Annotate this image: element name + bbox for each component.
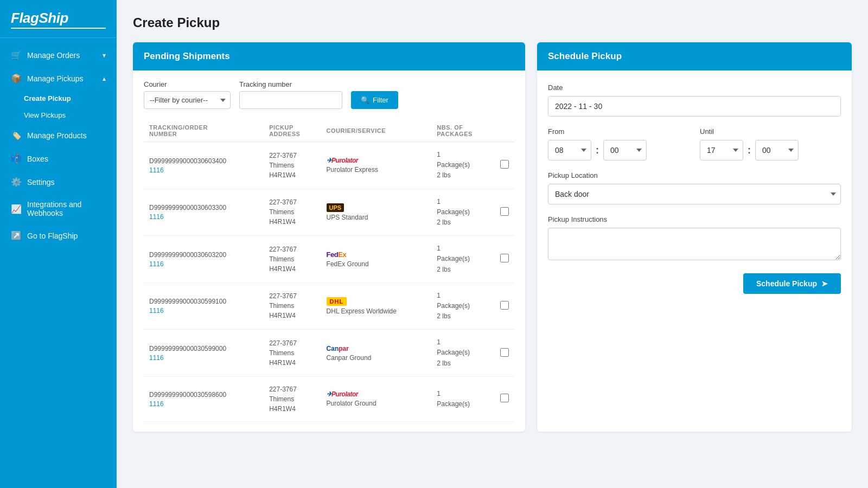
courier-name: DHL Express Worldwide (327, 307, 397, 315)
cell-checkbox[interactable] (495, 236, 514, 283)
main-content: Create Pickup Pending Shipments Courier … (117, 0, 868, 488)
chevron-up-icon: ▴ (103, 75, 106, 82)
tracking-link[interactable]: 1116 (149, 260, 258, 268)
schedule-pickup-body: Date From 08 09101112 : (537, 70, 852, 307)
tracking-link[interactable]: 1116 (149, 400, 258, 408)
filter-button[interactable]: 🔍 Filter (351, 91, 398, 109)
cell-address: 227-3767ThimensH4R1W4 (264, 142, 321, 189)
sidebar-label-boxes: Boxes (27, 155, 106, 163)
until-section: Until 141516 1718 : 00 153045 (700, 127, 841, 160)
package-icon: 📦 (11, 73, 22, 84)
location-select[interactable]: Back door Front door Reception Loading d… (548, 184, 841, 204)
cell-courier: DHL DHL Express Worldwide (321, 282, 432, 330)
cell-courier: Canpar Canpar Ground (321, 330, 432, 377)
cell-checkbox[interactable] (495, 330, 514, 377)
row-checkbox-1[interactable] (500, 207, 509, 216)
table-row: D99999999000030603300 1116 227-3767Thime… (144, 189, 514, 236)
col-select (495, 120, 514, 142)
sidebar-item-go-to-flagship[interactable]: ↗️ Go to FlagShip (0, 224, 117, 247)
instructions-textarea[interactable] (548, 228, 841, 260)
integrations-icon: 📈 (11, 204, 22, 214)
cell-address: 227-3767ThimensH4R1W4 (264, 236, 321, 283)
tracking-link[interactable]: 1116 (149, 166, 258, 174)
schedule-pickup-button[interactable]: Schedule Pickup ➤ (743, 273, 841, 294)
courier-name: Canpar Ground (327, 354, 372, 362)
cell-checkbox[interactable] (495, 142, 514, 189)
until-hour-select[interactable]: 141516 1718 (700, 140, 743, 160)
ups-logo: UPS (327, 203, 344, 212)
courier-select[interactable]: --Filter by courier-- (144, 91, 231, 109)
until-colon: : (746, 145, 752, 156)
cell-order-id: D99999999000030599100 1116 (144, 282, 264, 330)
from-minute-select[interactable]: 00 153045 (603, 140, 647, 160)
date-input[interactable] (548, 96, 841, 117)
row-checkbox-5[interactable] (500, 394, 509, 402)
gear-icon: ⚙️ (11, 177, 22, 187)
filter-btn-label: Filter (373, 96, 388, 104)
courier-name: UPS Standard (327, 214, 368, 221)
cell-packages: 1Package(s)2 lbs (431, 142, 495, 189)
tag-icon: 🏷️ (11, 130, 22, 140)
tracking-input[interactable] (239, 91, 342, 109)
sidebar-item-manage-orders[interactable]: 🛒 Manage Orders ▾ (0, 43, 117, 67)
tracking-filter-field: Tracking number (239, 80, 342, 109)
tracking-link[interactable]: 1116 (149, 213, 258, 221)
table-row: D99999999000030603200 1116 227-3767Thime… (144, 236, 514, 283)
row-checkbox-3[interactable] (500, 301, 509, 310)
box-icon: 📫 (11, 153, 22, 164)
courier-filter-field: Courier --Filter by courier-- (144, 80, 231, 109)
canpar-logo: Canpar (327, 345, 349, 352)
sidebar-label-go-to-flagship: Go to FlagShip (27, 232, 106, 240)
row-checkbox-2[interactable] (500, 254, 509, 262)
sidebar-item-integrations[interactable]: 📈 Integrations and Webhooks (0, 194, 117, 224)
row-checkbox-4[interactable] (500, 348, 509, 357)
cell-address: 227-3767ThimensH4R1W4 (264, 282, 321, 330)
instructions-field: Pickup Instructions (548, 215, 841, 262)
until-minute-select[interactable]: 00 153045 (755, 140, 799, 160)
date-label: Date (548, 84, 841, 92)
sidebar-item-manage-pickups[interactable]: 📦 Manage Pickups ▴ (0, 67, 117, 90)
logo-container: FlagShip (0, 0, 117, 38)
sidebar-item-manage-products[interactable]: 🏷️ Manage Products (0, 124, 117, 147)
schedule-btn-label: Schedule Pickup (756, 279, 817, 288)
cell-courier: ✈Purolator Purolator Express (321, 142, 432, 189)
sidebar-label-manage-orders: Manage Orders (27, 51, 97, 60)
pending-shipments-panel: Pending Shipments Courier --Filter by co… (133, 42, 525, 432)
cell-courier: UPS UPS Standard (321, 189, 432, 236)
cell-address: 227-3767ThimensH4R1W4 (264, 330, 321, 377)
col-tracking: TRACKING/ORDERNUMBER (144, 120, 264, 142)
cell-address: 227-3767ThimensH4R1W4 (264, 189, 321, 236)
schedule-btn-footer: Schedule Pickup ➤ (548, 273, 841, 294)
manage-pickups-subnav: Create Pickup View Pickups (0, 90, 117, 124)
sidebar-nav: 🛒 Manage Orders ▾ 📦 Manage Pickups ▴ Cre… (0, 38, 117, 253)
sidebar-item-create-pickup[interactable]: Create Pickup (24, 90, 117, 107)
col-address: PICKUPADDRESS (264, 120, 321, 142)
sidebar: FlagShip 🛒 Manage Orders ▾ 📦 Manage Pick… (0, 0, 117, 488)
courier-name: FedEx Ground (327, 260, 369, 268)
table-row: D99999999000030599100 1116 227-3767Thime… (144, 282, 514, 330)
purolator-logo: ✈Purolator (327, 390, 358, 398)
pending-shipments-body: Courier --Filter by courier-- Tracking n… (133, 70, 525, 432)
row-checkbox-0[interactable] (500, 160, 509, 169)
cell-checkbox[interactable] (495, 376, 514, 421)
shipments-table: TRACKING/ORDERNUMBER PICKUPADDRESS COURI… (144, 120, 514, 422)
sidebar-item-view-pickups[interactable]: View Pickups (24, 107, 117, 124)
cell-checkbox[interactable] (495, 189, 514, 236)
from-time-inputs: 08 09101112 : 00 153045 (548, 140, 689, 160)
cell-courier: ✈Purolator Purolator Ground (321, 376, 432, 421)
cell-order-id: D99999999000030599000 1116 (144, 330, 264, 377)
cell-packages: 1Package(s) (431, 376, 495, 421)
tracking-link[interactable]: 1116 (149, 354, 258, 362)
cell-packages: 1Package(s)2 lbs (431, 189, 495, 236)
cell-packages: 1Package(s)2 lbs (431, 330, 495, 377)
content-grid: Pending Shipments Courier --Filter by co… (133, 42, 852, 432)
from-hour-select[interactable]: 08 09101112 (548, 140, 591, 160)
pending-shipments-header: Pending Shipments (133, 42, 525, 70)
sidebar-item-boxes[interactable]: 📫 Boxes (0, 147, 117, 170)
sidebar-item-settings[interactable]: ⚙️ Settings (0, 170, 117, 194)
sidebar-label-integrations: Integrations and Webhooks (27, 200, 106, 217)
cart-icon: 🛒 (11, 50, 22, 60)
tracking-link[interactable]: 1116 (149, 307, 258, 314)
sidebar-label-settings: Settings (27, 178, 106, 187)
cell-checkbox[interactable] (495, 282, 514, 330)
